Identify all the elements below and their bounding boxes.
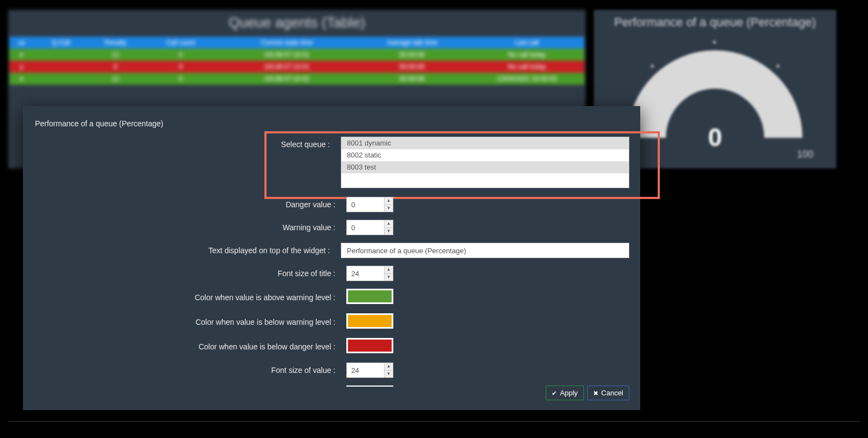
select-queue-label: Select queue : [34,137,341,149]
modal-title: Performance of a queue (Percentage) [34,119,629,128]
divider [346,386,393,387]
spin-up-icon[interactable]: ▲ [384,363,393,371]
gauge-max: 100 [797,149,813,160]
spin-up-icon[interactable]: ▲ [384,266,393,274]
close-icon [593,389,598,397]
widget-title: Queue agents (Table) [9,11,584,37]
apply-button[interactable]: Apply [546,386,584,400]
table-row: e12019138:07:10:0100:00:00No call today [9,49,584,61]
gauge-value: 0 [617,122,813,152]
spinner: ▲ ▼ [384,363,393,377]
queue-option[interactable]: 8001 dynamic [341,137,629,149]
spin-up-icon[interactable]: ▲ [384,197,393,205]
check-icon [552,389,557,397]
queue-option[interactable]: 8003 test [341,161,629,173]
cancel-label: Cancel [601,389,623,397]
gauge: 0 0 100 [617,39,813,149]
table-row: e12019138:07:10:0200:00:0013/04/2022 15:… [9,73,584,85]
widget-settings-modal: Performance of a queue (Percentage) Sele… [23,106,640,410]
danger-value-label: Danger value : [34,200,346,209]
color-below-warn-label: Color when value is below warning level … [34,318,346,326]
spinner: ▲ ▼ [384,220,393,235]
widget-text-input[interactable] [341,243,629,258]
spin-down-icon[interactable]: ▼ [384,228,393,235]
spin-down-icon[interactable]: ▼ [384,371,393,378]
spin-up-icon[interactable]: ▲ [384,220,393,228]
widget-text-label: Text displayed on top of the widget : [34,246,341,255]
value-font-label: Font size of value : [34,366,346,375]
title-font-label: Font size of title : [34,269,346,278]
table-header: us Q-Call Penalty Call count Current sta… [9,37,584,49]
warning-value-label: Warning value : [34,223,346,232]
cancel-button[interactable]: Cancel [587,386,629,400]
color-below-danger-swatch[interactable] [346,338,393,353]
color-above-warn-swatch[interactable] [346,289,393,304]
table-row: y0019138:07:10:0100:00:00No call today [9,61,584,73]
color-below-danger-label: Color when value is below danger level : [34,342,346,351]
page-divider [8,421,860,422]
queue-option[interactable]: 8002 static [341,149,629,161]
apply-label: Apply [560,389,578,397]
modal-footer: Apply Cancel [546,386,629,400]
select-queue-list[interactable]: 8001 dynamic8002 static8003 test [341,137,629,188]
color-above-warn-label: Color when value is above warning level … [34,293,346,302]
spin-down-icon[interactable]: ▼ [384,205,393,212]
spinner: ▲ ▼ [384,197,393,212]
spin-down-icon[interactable]: ▼ [384,274,393,281]
widget-title: Performance of a queue (Percentage) [595,11,835,34]
spinner: ▲ ▼ [384,266,393,281]
color-below-warn-swatch[interactable] [346,313,393,329]
